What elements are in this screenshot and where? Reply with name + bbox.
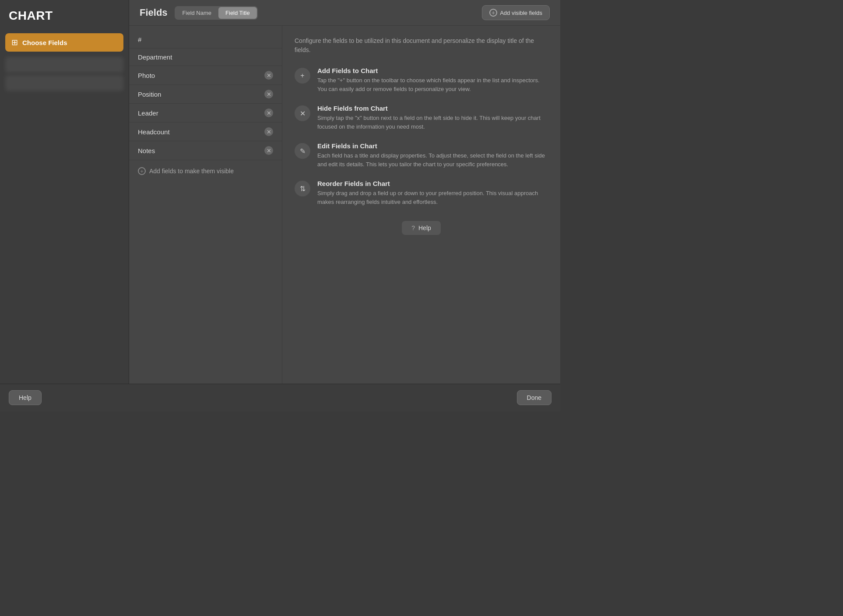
field-label-department: Department — [138, 53, 172, 61]
field-row-position[interactable]: Position ✕ — [129, 85, 282, 104]
info-item-add: + Add Fields to Chart Tap the "+" button… — [295, 67, 548, 93]
field-remove-notes[interactable]: ✕ — [264, 146, 273, 155]
field-label-photo: Photo — [138, 72, 155, 79]
info-item-title-add: Add Fields to Chart — [317, 67, 548, 74]
field-row-department[interactable]: Department — [129, 49, 282, 66]
add-visible-label: Add visible fields — [500, 10, 542, 16]
choose-fields-icon: ⊞ — [11, 38, 18, 47]
add-fields-plus-icon: + — [138, 167, 146, 175]
hide-fields-icon-circle: ✕ — [295, 105, 310, 121]
main-body: # Department Photo ✕ Position ✕ — [129, 26, 560, 384]
sidebar-blurred-area — [0, 57, 129, 91]
info-item-desc-add: Tap the "+" button on the toolbar to cho… — [317, 76, 548, 93]
info-text-reorder: Reorder Fields in Chart Simply drag and … — [317, 180, 548, 206]
field-row-notes[interactable]: Notes ✕ — [129, 141, 282, 160]
info-item-title-edit: Edit Fields in Chart — [317, 142, 548, 150]
info-item-desc-hide: Simply tap the "x" button next to a fiel… — [317, 114, 548, 131]
info-text-add: Add Fields to Chart Tap the "+" button o… — [317, 67, 548, 93]
add-fields-label: Add fields to make them visible — [149, 168, 234, 175]
header-left: Fields Field Name Field Title — [140, 6, 258, 20]
info-help-label: Help — [418, 224, 431, 231]
reorder-fields-icon-circle: ⇅ — [295, 181, 310, 196]
field-remove-leader[interactable]: ✕ — [264, 108, 273, 117]
toggle-field-name[interactable]: Field Name — [176, 7, 218, 19]
app-title: CHART — [0, 9, 129, 33]
field-label-notes: Notes — [138, 147, 155, 154]
sidebar-blur-item-2 — [5, 75, 123, 91]
main-content: Fields Field Name Field Title + Add visi… — [129, 0, 560, 384]
field-label-leader: Leader — [138, 109, 158, 117]
info-item-title-reorder: Reorder Fields in Chart — [317, 180, 548, 187]
field-row-leader[interactable]: Leader ✕ — [129, 104, 282, 122]
footer-done-button[interactable]: Done — [517, 390, 551, 405]
field-toggle-group: Field Name Field Title — [175, 6, 258, 20]
field-label-headcount: Headcount — [138, 128, 170, 136]
add-visible-fields-button[interactable]: + Add visible fields — [482, 5, 550, 20]
toggle-field-title[interactable]: Field Title — [218, 7, 257, 19]
info-panel: Configure the fields to be utilized in t… — [282, 26, 560, 384]
field-row-hash[interactable]: # — [129, 31, 282, 49]
field-remove-photo[interactable]: ✕ — [264, 71, 273, 80]
help-button-area: ? Help — [295, 221, 548, 235]
sidebar: CHART ⊞ Choose Fields — [0, 0, 129, 384]
field-label-hash: # — [138, 36, 141, 43]
edit-fields-icon-circle: ✎ — [295, 143, 310, 159]
add-fields-row[interactable]: + Add fields to make them visible — [129, 160, 282, 182]
info-description: Configure the fields to be utilized in t… — [295, 36, 548, 55]
info-help-button[interactable]: ? Help — [402, 221, 441, 235]
info-item-reorder: ⇅ Reorder Fields in Chart Simply drag an… — [295, 180, 548, 206]
info-item-title-hide: Hide Fields from Chart — [317, 105, 548, 112]
sidebar-item-label: Choose Fields — [22, 39, 67, 46]
add-fields-icon-circle: + — [295, 68, 310, 84]
field-row-photo[interactable]: Photo ✕ — [129, 66, 282, 85]
field-label-position: Position — [138, 91, 161, 98]
field-remove-headcount[interactable]: ✕ — [264, 127, 273, 136]
sidebar-blur-item-1 — [5, 57, 123, 73]
help-question-icon: ? — [411, 224, 415, 231]
info-item-edit: ✎ Edit Fields in Chart Each field has a … — [295, 142, 548, 168]
footer: Help Done — [0, 384, 560, 411]
footer-help-button[interactable]: Help — [9, 390, 42, 405]
field-remove-position[interactable]: ✕ — [264, 90, 273, 98]
info-item-desc-reorder: Simply drag and drop a field up or down … — [317, 189, 548, 206]
add-visible-plus-icon: + — [489, 9, 497, 17]
fields-panel: # Department Photo ✕ Position ✕ — [129, 26, 282, 384]
field-row-headcount[interactable]: Headcount ✕ — [129, 122, 282, 141]
info-text-hide: Hide Fields from Chart Simply tap the "x… — [317, 105, 548, 131]
main-header: Fields Field Name Field Title + Add visi… — [129, 0, 560, 26]
page-title: Fields — [140, 7, 168, 18]
sidebar-item-choose-fields[interactable]: ⊞ Choose Fields — [5, 33, 123, 52]
info-item-desc-edit: Each field has a title and display prope… — [317, 151, 548, 168]
info-text-edit: Edit Fields in Chart Each field has a ti… — [317, 142, 548, 168]
info-item-hide: ✕ Hide Fields from Chart Simply tap the … — [295, 105, 548, 131]
